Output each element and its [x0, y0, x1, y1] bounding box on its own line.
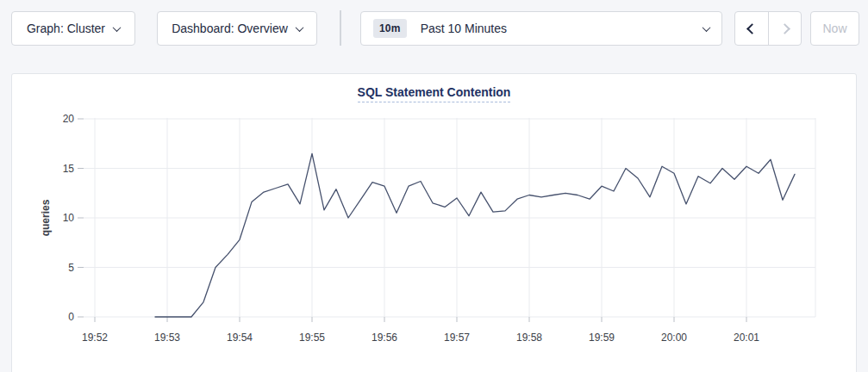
- x-tick-label: 19:52: [82, 332, 108, 344]
- y-tick-label: 10: [63, 212, 75, 224]
- x-tick-label: 19:54: [227, 332, 253, 344]
- x-tick-label: 20:00: [661, 332, 687, 344]
- x-tick-label: 19:55: [299, 332, 325, 344]
- y-tick-label: 15: [63, 163, 75, 175]
- x-tick-label: 19:59: [589, 332, 615, 344]
- x-tick-label: 19:57: [444, 332, 470, 344]
- y-axis-label: queries: [40, 199, 52, 236]
- y-tick-label: 0: [68, 311, 74, 323]
- sql-contention-line-chart[interactable]: 0510152019:5219:5319:5419:5519:5619:5719…: [0, 0, 868, 372]
- x-tick-label: 19:56: [372, 332, 397, 344]
- y-tick-label: 20: [63, 113, 75, 125]
- x-tick-label: 19:53: [154, 332, 180, 344]
- x-tick-label: 20:01: [734, 332, 759, 344]
- y-tick-label: 5: [68, 262, 74, 274]
- x-tick-label: 19:58: [516, 332, 542, 344]
- chart-data-line[interactable]: [155, 153, 795, 317]
